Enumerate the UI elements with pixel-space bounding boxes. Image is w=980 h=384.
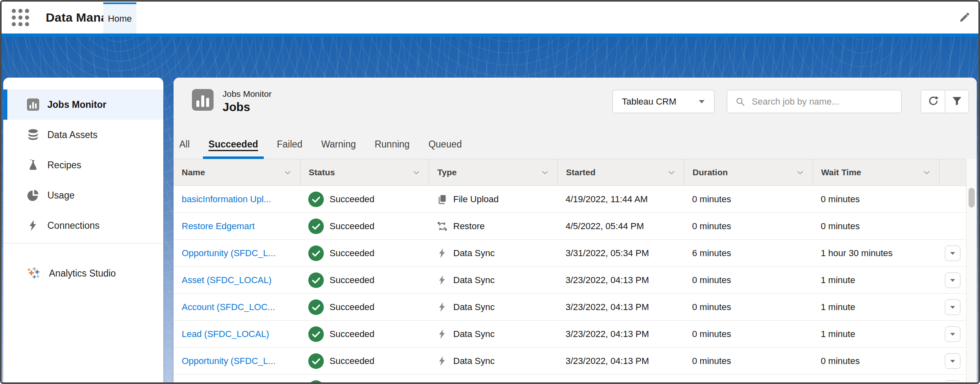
toolbar-button-group bbox=[921, 90, 969, 113]
row-actions-dropdown-button[interactable] bbox=[945, 380, 960, 384]
app-launcher-waffle-icon[interactable] bbox=[11, 9, 29, 27]
sidebar: Jobs MonitorData AssetsRecipesUsageConne… bbox=[3, 78, 163, 384]
job-name-link[interactable]: Restore Edgemart bbox=[182, 221, 255, 232]
column-header-label: Started bbox=[566, 167, 595, 177]
row-actions-dropdown-button[interactable] bbox=[945, 299, 960, 315]
search-box bbox=[727, 90, 902, 113]
sidebar-item-label: Analytics Studio bbox=[49, 268, 116, 279]
tab-queued[interactable]: Queued bbox=[423, 130, 468, 159]
cell-duration: 6 minutes bbox=[684, 240, 813, 266]
refresh-icon bbox=[928, 96, 939, 108]
cell-wait-time: 1 minute bbox=[813, 294, 939, 320]
job-name-link[interactable]: Lead (SFDC_LOCAL) bbox=[182, 329, 269, 339]
job-name-link[interactable]: Event (SFDC_LOCAL) bbox=[182, 383, 272, 384]
status-label: Succeeded bbox=[330, 275, 374, 286]
job-name-link[interactable]: Opportunity (SFDC_L... bbox=[182, 248, 276, 259]
cell-actions bbox=[939, 294, 966, 320]
global-header: Data Manager Home bbox=[2, 2, 978, 33]
sidebar-item-usage[interactable]: Usage bbox=[3, 180, 163, 210]
cell-wait-time: 1 minute bbox=[813, 267, 939, 293]
chevron-down-icon bbox=[413, 170, 420, 175]
sidebar-item-recipes[interactable]: Recipes bbox=[3, 150, 163, 180]
chevron-down-icon bbox=[668, 170, 675, 175]
chevron-down-icon bbox=[797, 170, 804, 175]
tab-all[interactable]: All bbox=[174, 130, 196, 159]
tab-warning[interactable]: Warning bbox=[316, 130, 362, 159]
tab-home[interactable]: Home bbox=[103, 2, 136, 33]
job-name-link[interactable]: Account (SFDC_LOC... bbox=[182, 302, 275, 313]
check-circle-icon bbox=[308, 380, 324, 384]
job-name-link[interactable]: basicInformation Upl... bbox=[182, 194, 271, 205]
check-circle-icon bbox=[308, 326, 324, 342]
table-row: Restore EdgemartSucceededRestore4/5/2022… bbox=[174, 213, 966, 240]
file-upload-icon bbox=[437, 194, 448, 205]
table-row: Opportunity (SFDC_L...SucceededData Sync… bbox=[174, 348, 966, 375]
row-actions-dropdown-button[interactable] bbox=[945, 326, 960, 342]
tableau-logo-icon bbox=[27, 266, 41, 280]
jobs-monitor-bar-chart-icon bbox=[192, 89, 214, 111]
cell-wait-time: 0 minutes bbox=[813, 213, 939, 239]
type-label: Data Sync bbox=[453, 302, 495, 313]
cell-status: Succeeded bbox=[300, 240, 429, 266]
column-header-wait-time[interactable]: Wait Time bbox=[813, 159, 939, 185]
column-header-duration[interactable]: Duration bbox=[684, 159, 813, 185]
job-name-link[interactable]: Asset (SFDC_LOCAL) bbox=[182, 275, 272, 286]
sidebar-item-label: Usage bbox=[47, 190, 74, 201]
connector-select[interactable]: Tableau CRM bbox=[612, 90, 715, 113]
cell-started: 3/23/2022, 04:13 PM bbox=[557, 321, 684, 347]
status-label: Succeeded bbox=[330, 248, 374, 259]
check-circle-icon bbox=[308, 246, 324, 261]
check-circle-icon bbox=[308, 219, 324, 234]
column-header-actions bbox=[939, 159, 966, 185]
tab-succeeded[interactable]: Succeeded bbox=[203, 130, 264, 159]
table-scrollbar-thumb[interactable] bbox=[969, 188, 975, 208]
search-input[interactable] bbox=[751, 96, 893, 107]
cell-started: 4/19/2022, 11:44 AM bbox=[557, 186, 684, 212]
column-header-type[interactable]: Type bbox=[429, 159, 557, 185]
cell-duration: 0 minutes bbox=[684, 294, 813, 320]
cell-status: Succeeded bbox=[300, 213, 429, 239]
edit-pencil-icon[interactable] bbox=[958, 11, 970, 24]
check-circle-icon bbox=[308, 299, 324, 315]
cell-wait-time: 1 minute bbox=[813, 321, 939, 347]
column-header-label: Duration bbox=[693, 167, 728, 177]
row-actions-dropdown-button[interactable] bbox=[945, 353, 960, 369]
row-actions-dropdown-button[interactable] bbox=[945, 246, 960, 261]
row-actions-dropdown-button[interactable] bbox=[945, 272, 960, 288]
column-header-status[interactable]: Status bbox=[300, 159, 429, 185]
cell-status: Succeeded bbox=[300, 348, 429, 374]
screenshot-frame: Data Manager Home Jobs MonitorData Asset… bbox=[0, 0, 980, 384]
panel-header: Jobs Monitor Jobs Tableau CRM bbox=[174, 78, 977, 159]
sidebar-item-jobs-monitor[interactable]: Jobs Monitor bbox=[3, 89, 163, 120]
table-row: Event (SFDC_LOCAL)SucceededData Sync3/23… bbox=[174, 375, 966, 384]
sidebar-item-connections[interactable]: Connections bbox=[3, 210, 163, 241]
status-label: Succeeded bbox=[330, 356, 374, 366]
job-name-link[interactable]: Opportunity (SFDC_L... bbox=[182, 356, 276, 366]
data-sync-icon bbox=[437, 302, 448, 313]
cell-wait-time: 0 minutes bbox=[813, 375, 939, 384]
caret-down-icon bbox=[698, 99, 705, 104]
restore-icon bbox=[437, 221, 448, 232]
cell-wait-time: 1 hour 30 minutes bbox=[813, 240, 939, 266]
column-header-label: Type bbox=[437, 167, 457, 177]
page-background: Jobs MonitorData AssetsRecipesUsageConne… bbox=[2, 33, 978, 382]
tab-running[interactable]: Running bbox=[369, 130, 415, 159]
pie-chart-icon bbox=[27, 189, 39, 201]
cell-actions bbox=[939, 186, 966, 212]
sidebar-item-data-assets[interactable]: Data Assets bbox=[3, 120, 163, 150]
column-header-name[interactable]: Name bbox=[174, 159, 300, 185]
connector-select-value: Tableau CRM bbox=[622, 96, 676, 107]
tab-failed[interactable]: Failed bbox=[271, 130, 308, 159]
cell-status: Succeeded bbox=[300, 186, 429, 212]
table-scrollbar-track[interactable] bbox=[966, 159, 977, 384]
cell-started: 3/23/2022, 04:13 PM bbox=[557, 348, 684, 374]
sidebar-item-analytics-studio[interactable]: Analytics Studio bbox=[3, 258, 163, 288]
jobs-panel: Jobs Monitor Jobs Tableau CRM bbox=[174, 78, 977, 384]
cell-type: Data Sync bbox=[429, 321, 557, 347]
column-header-label: Status bbox=[309, 167, 335, 177]
column-header-started[interactable]: Started bbox=[557, 159, 684, 185]
cell-actions bbox=[939, 375, 966, 384]
data-sync-icon bbox=[437, 356, 448, 366]
filter-button[interactable] bbox=[945, 90, 969, 113]
refresh-button[interactable] bbox=[921, 90, 945, 113]
